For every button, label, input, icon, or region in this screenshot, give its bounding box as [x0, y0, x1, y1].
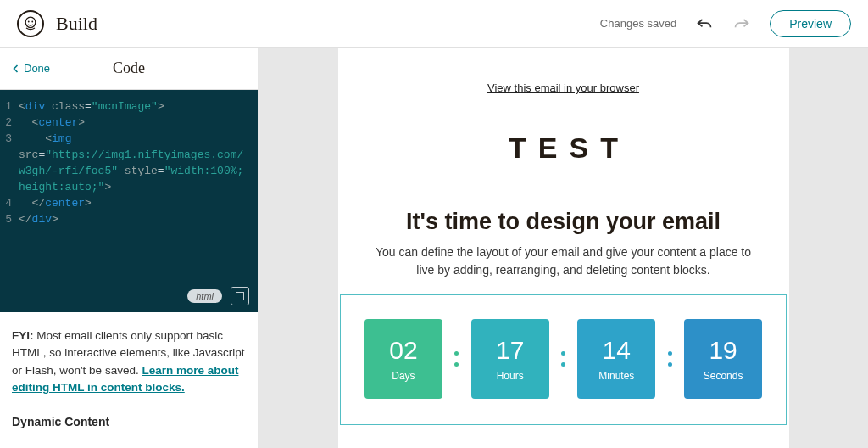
- svg-point-0: [25, 17, 36, 27]
- countdown-label: Hours: [497, 370, 524, 382]
- page-title: Build: [56, 13, 97, 35]
- countdown-card-minutes: 14Minutes: [577, 319, 655, 399]
- code-footer: html: [187, 287, 249, 305]
- chevron-left-icon: [12, 64, 20, 73]
- redo-icon: [733, 15, 750, 32]
- preview-button[interactable]: Preview: [770, 10, 851, 37]
- svg-point-1: [28, 20, 30, 22]
- done-label: Done: [24, 62, 50, 75]
- countdown-value: 02: [389, 336, 417, 365]
- dynamic-content-heading: Dynamic Content: [0, 408, 258, 428]
- svg-point-2: [31, 20, 33, 22]
- editor-panel: Done Code 123 45 <div class="mcnImage"> …: [0, 48, 259, 448]
- canvas[interactable]: View this email in your browser TEST It'…: [259, 48, 868, 448]
- countdown-label: Seconds: [704, 370, 743, 382]
- email-body-text: You can define the layout of your email …: [364, 244, 764, 279]
- email-headline: It's time to design your email: [406, 209, 721, 235]
- email-logo-text: TEST: [497, 132, 630, 165]
- redo-button: [732, 14, 751, 33]
- fyi-label: FYI:: [12, 329, 34, 342]
- language-chip: html: [187, 289, 222, 303]
- countdown-separator: [561, 351, 566, 367]
- panel-header: Done Code: [0, 48, 258, 90]
- top-bar: Build Changes saved Preview: [0, 0, 868, 48]
- undo-icon: [696, 15, 713, 32]
- brand-logo: [17, 10, 44, 37]
- countdown-value: 19: [709, 336, 737, 365]
- view-in-browser-link[interactable]: View this email in your browser: [487, 81, 639, 94]
- countdown-card-days: 02Days: [364, 319, 442, 399]
- countdown-label: Minutes: [598, 370, 634, 382]
- countdown-label: Days: [392, 370, 415, 382]
- fullscreen-button[interactable]: [231, 287, 249, 305]
- expand-icon: [236, 292, 244, 300]
- countdown-card-seconds: 19Seconds: [684, 319, 762, 399]
- email-preview: View this email in your browser TEST It'…: [338, 48, 789, 448]
- countdown-separator: [667, 351, 672, 367]
- countdown-value: 14: [603, 336, 631, 365]
- main-area: Done Code 123 45 <div class="mcnImage"> …: [0, 48, 868, 448]
- save-status: Changes saved: [600, 17, 676, 30]
- line-numbers: 123 45: [5, 98, 19, 304]
- done-button[interactable]: Done: [12, 62, 50, 75]
- code-content[interactable]: <div class="mcnImage"> <center> <img src…: [19, 98, 249, 304]
- panel-title: Code: [113, 59, 145, 77]
- undo-button[interactable]: [695, 14, 714, 33]
- selected-code-block[interactable]: 02Days17Hours14Minutes19Seconds: [340, 294, 787, 425]
- countdown-value: 17: [496, 336, 524, 365]
- fyi-block: FYI: Most email clients only support bas…: [0, 312, 258, 408]
- monkey-icon: [22, 15, 39, 32]
- code-editor-wrap: 123 45 <div class="mcnImage"> <center> <…: [0, 90, 258, 312]
- countdown-separator: [454, 351, 459, 367]
- countdown-card-hours: 17Hours: [471, 319, 549, 399]
- code-editor[interactable]: 123 45 <div class="mcnImage"> <center> <…: [0, 90, 258, 312]
